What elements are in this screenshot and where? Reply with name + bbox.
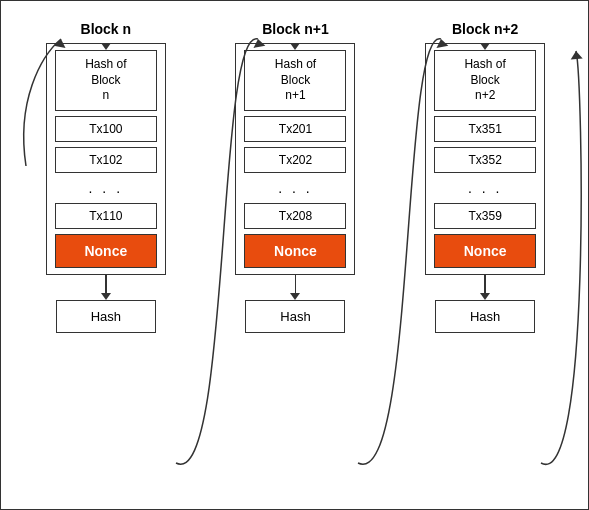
dots-n: . . .: [89, 178, 123, 198]
arrow-out-block-n2: [480, 275, 490, 300]
arrow-head-bottom-n2: [480, 293, 490, 300]
tx-n-1: Tx102: [55, 147, 157, 173]
tx-n2-0: Tx351: [434, 116, 536, 142]
block-n2-body: Hash of Block n+2 Tx351 Tx352 . . . Tx35…: [425, 43, 545, 275]
nonce-n2: Nonce: [434, 234, 536, 268]
dots-n2: . . .: [468, 178, 502, 198]
blocks-row: Block n Hash of Block n Tx100 Tx102 . . …: [11, 11, 580, 333]
block-n1-body: Hash of Block n+1 Tx201 Tx202 . . . Tx20…: [235, 43, 355, 275]
hash-n: Hash: [56, 300, 156, 333]
hash-n1: Hash: [245, 300, 345, 333]
tx-n1-2: Tx208: [244, 203, 346, 229]
tx-n1-0: Tx201: [244, 116, 346, 142]
arrow-out-block-n1: [290, 275, 300, 300]
hash-of-block-n1: Hash of Block n+1: [244, 50, 346, 111]
dots-n1: . . .: [278, 178, 312, 198]
arrow-line-bottom-n2: [484, 275, 486, 293]
tx-n2-1: Tx352: [434, 147, 536, 173]
block-n2-wrapper: Block n+2 Hash of Block n+2 Tx351 Tx352 …: [425, 21, 545, 333]
hash-of-block-n: Hash of Block n: [55, 50, 157, 111]
tx-n1-1: Tx202: [244, 147, 346, 173]
nonce-n1: Nonce: [244, 234, 346, 268]
nonce-n: Nonce: [55, 234, 157, 268]
tx-n2-2: Tx359: [434, 203, 536, 229]
hash-n2: Hash: [435, 300, 535, 333]
arrow-head-bottom-n: [101, 293, 111, 300]
tx-n-0: Tx100: [55, 116, 157, 142]
arrow-line-bottom-n: [105, 275, 107, 293]
block-n-body: Hash of Block n Tx100 Tx102 . . . Tx110 …: [46, 43, 166, 275]
blockchain-diagram: Block n Hash of Block n Tx100 Tx102 . . …: [1, 1, 589, 510]
arrow-head-bottom-n1: [290, 293, 300, 300]
block-n1-wrapper: Block n+1 Hash of Block n+1 Tx201 Tx202 …: [235, 21, 355, 333]
arrow-line-bottom-n1: [295, 275, 297, 293]
block-n-wrapper: Block n Hash of Block n Tx100 Tx102 . . …: [46, 21, 166, 333]
block-n-title: Block n: [81, 21, 132, 37]
arrow-out-block-n: [101, 275, 111, 300]
tx-n-2: Tx110: [55, 203, 157, 229]
block-n1-title: Block n+1: [262, 21, 329, 37]
hash-of-block-n2: Hash of Block n+2: [434, 50, 536, 111]
block-n2-title: Block n+2: [452, 21, 519, 37]
